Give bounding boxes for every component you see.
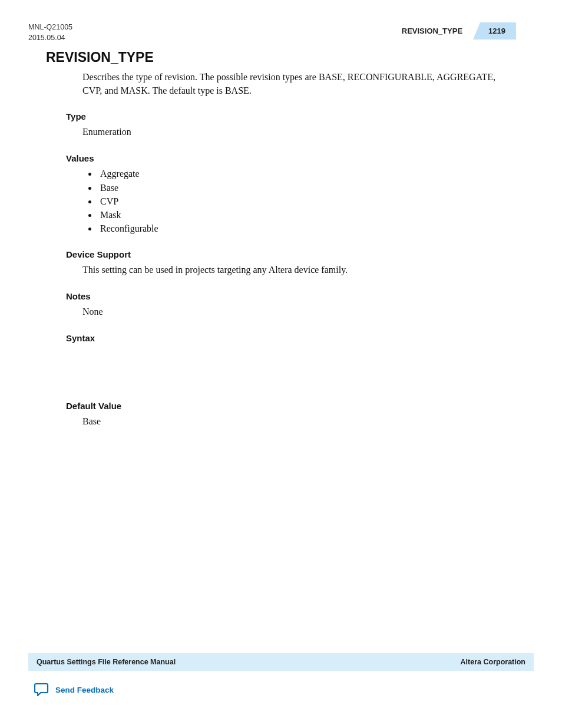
section-heading: Syntax bbox=[66, 333, 503, 343]
feedback-label: Send Feedback bbox=[55, 686, 114, 694]
section-notes: Notes None bbox=[66, 291, 503, 319]
doc-id: MNL-Q21005 bbox=[28, 22, 72, 33]
page-header: MNL-Q21005 2015.05.04 REVISION_TYPE 1219 bbox=[28, 22, 516, 43]
values-list: Aggregate Base CVP Mask Reconfigurable bbox=[98, 167, 503, 235]
list-item: CVP bbox=[98, 195, 503, 208]
footer-bar: Quartus Settings File Reference Manual A… bbox=[28, 653, 534, 671]
section-type: Type Enumeration bbox=[66, 111, 503, 139]
doc-date: 2015.05.04 bbox=[28, 33, 72, 44]
intro-paragraph: Describes the type of revision. The poss… bbox=[82, 70, 503, 97]
list-item: Aggregate bbox=[98, 167, 503, 180]
running-title: REVISION_TYPE bbox=[402, 27, 473, 35]
section-body: This setting can be used in projects tar… bbox=[82, 263, 503, 277]
section-heading: Device Support bbox=[66, 249, 503, 259]
syntax-body-empty bbox=[66, 347, 503, 387]
footer-right: Altera Corporation bbox=[461, 658, 525, 666]
speech-bubble-icon bbox=[34, 683, 49, 697]
section-heading: Type bbox=[66, 111, 503, 121]
section-body: None bbox=[82, 305, 503, 319]
section-heading: Default Value bbox=[66, 401, 503, 411]
list-item: Mask bbox=[98, 208, 503, 222]
section-syntax: Syntax bbox=[66, 333, 503, 387]
footer-left: Quartus Settings File Reference Manual bbox=[37, 658, 176, 666]
section-body: Base bbox=[82, 414, 503, 429]
section-device-support: Device Support This setting can be used … bbox=[66, 249, 503, 277]
section-heading: Values bbox=[66, 153, 503, 163]
list-item: Reconfigurable bbox=[98, 222, 503, 235]
send-feedback-link[interactable]: Send Feedback bbox=[34, 683, 114, 697]
page-content: REVISION_TYPE Describes the type of revi… bbox=[46, 50, 503, 443]
header-right: REVISION_TYPE 1219 bbox=[402, 22, 516, 39]
section-default-value: Default Value Base bbox=[66, 401, 503, 429]
page-title: REVISION_TYPE bbox=[46, 50, 503, 65]
list-item: Base bbox=[98, 181, 503, 195]
section-heading: Notes bbox=[66, 291, 503, 301]
section-values: Values Aggregate Base CVP Mask Reconfigu… bbox=[66, 153, 503, 235]
page-number-tab: 1219 bbox=[473, 22, 516, 39]
header-doc-meta: MNL-Q21005 2015.05.04 bbox=[28, 22, 72, 43]
section-body: Enumeration bbox=[82, 125, 503, 139]
